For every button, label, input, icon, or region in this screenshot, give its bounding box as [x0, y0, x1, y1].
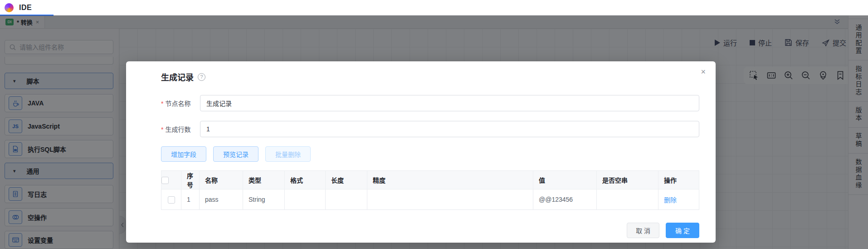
cancel-button[interactable]: 取 消 [627, 223, 659, 238]
help-icon[interactable]: ? [198, 73, 205, 81]
cell-value[interactable]: @@123456 [533, 189, 597, 210]
cell-is-empty-string[interactable] [597, 189, 658, 210]
node-name-input[interactable] [200, 95, 699, 111]
cell-seq: 1 [181, 189, 200, 210]
generate-record-dialog: 生成记录 ? × *节点名称 *生成行数 增加字段 预览记录 批量删除 序号 名… [126, 61, 716, 243]
cell-name[interactable]: pass [200, 189, 243, 210]
col-type: 类型 [243, 171, 285, 189]
ok-button[interactable]: 确 定 [666, 223, 699, 238]
row-count-label: 生成行数 [165, 126, 190, 133]
select-all-checkbox[interactable] [161, 177, 169, 184]
fields-table: 序号 名称 类型 格式 长度 精度 值 是否空串 操作 1 pass Strin… [161, 170, 699, 210]
col-precision: 精度 [367, 171, 533, 189]
row-count-input[interactable] [200, 121, 699, 137]
table-row: 1 pass String @@123456 删除 [161, 189, 699, 210]
required-mark: * [161, 126, 163, 133]
row-count-row: *生成行数 [161, 121, 699, 137]
cell-length[interactable] [326, 189, 367, 210]
col-is-empty-string: 是否空串 [597, 171, 658, 189]
col-length: 长度 [326, 171, 367, 189]
batch-delete-button[interactable]: 批量删除 [265, 146, 311, 162]
node-name-row: *节点名称 [161, 95, 699, 111]
delete-row-link[interactable]: 删除 [664, 196, 677, 204]
close-icon[interactable]: × [701, 68, 706, 76]
col-value: 值 [533, 171, 597, 189]
node-name-label: 节点名称 [165, 100, 190, 107]
cell-type[interactable]: String [243, 189, 285, 210]
required-mark: * [161, 100, 163, 107]
preview-records-button[interactable]: 预览记录 [213, 146, 258, 162]
cell-format[interactable] [285, 189, 326, 210]
cell-precision[interactable] [367, 189, 533, 210]
col-format: 格式 [285, 171, 326, 189]
col-operation: 操作 [658, 171, 699, 189]
app-logo-icon [5, 3, 14, 12]
col-name: 名称 [200, 171, 243, 189]
dialog-title: 生成记录 [161, 71, 194, 83]
top-bar: IDE [0, 0, 868, 15]
col-seq: 序号 [181, 171, 200, 189]
app-title: IDE [19, 4, 32, 12]
add-field-button[interactable]: 增加字段 [161, 146, 206, 162]
table-header-row: 序号 名称 类型 格式 长度 精度 值 是否空串 操作 [161, 171, 699, 189]
row-checkbox[interactable] [168, 196, 175, 204]
